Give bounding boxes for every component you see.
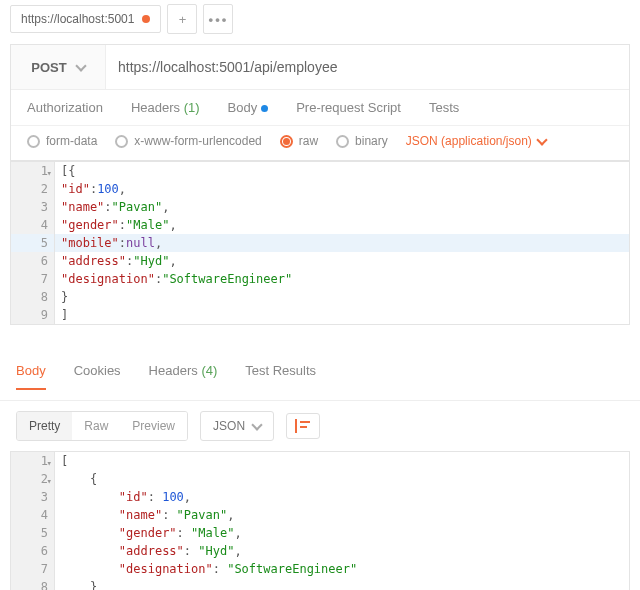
response-body-viewer[interactable]: 1▾[2▾ {3 "id": 100,4 "name": "Pavan",5 "…	[10, 451, 630, 590]
view-preview-button[interactable]: Preview	[120, 412, 187, 440]
view-raw-button[interactable]: Raw	[72, 412, 120, 440]
code-line: 8 }	[11, 578, 629, 590]
gutter-line-number: 1▾	[11, 162, 55, 180]
code-line: 7 "designation": "SoftwareEngineer"	[11, 560, 629, 578]
resp-tab-test-results[interactable]: Test Results	[245, 363, 316, 390]
gutter-line-number: 5	[11, 524, 55, 542]
radio-icon	[280, 135, 293, 148]
gutter-line-number: 2	[11, 180, 55, 198]
resp-tab-cookies[interactable]: Cookies	[74, 363, 121, 390]
code-content: "gender":"Male",	[55, 216, 629, 234]
request-section-tabs: Authorization Headers (1) Body Pre-reque…	[11, 89, 629, 125]
tab-bar: https://localhost:5001 + •••	[0, 0, 640, 34]
gutter-line-number: 1▾	[11, 452, 55, 470]
chevron-down-icon	[536, 134, 547, 145]
code-line: 4 "name": "Pavan",	[11, 506, 629, 524]
radio-binary[interactable]: binary	[336, 134, 388, 148]
code-content: "designation":"SoftwareEngineer"	[55, 270, 629, 288]
chevron-down-icon	[75, 60, 86, 71]
tab-tests[interactable]: Tests	[429, 100, 459, 115]
code-content: "mobile":null,	[55, 234, 629, 252]
code-line: 2"id":100,	[11, 180, 629, 198]
unsaved-dot-icon	[142, 15, 150, 23]
code-line: 3 "id": 100,	[11, 488, 629, 506]
code-content: "name": "Pavan",	[55, 506, 629, 524]
body-indicator-icon	[261, 105, 268, 112]
code-content: "id":100,	[55, 180, 629, 198]
resp-tab-headers[interactable]: Headers (4)	[149, 363, 218, 390]
code-line: 2▾ {	[11, 470, 629, 488]
new-tab-button[interactable]: +	[167, 4, 197, 34]
gutter-line-number: 6	[11, 542, 55, 560]
request-builder: POST Authorization Headers (1) Body Pre-…	[10, 44, 630, 161]
code-content: "gender": "Male",	[55, 524, 629, 542]
code-content: [{	[55, 162, 629, 180]
radio-icon	[336, 135, 349, 148]
resp-tab-body[interactable]: Body	[16, 363, 46, 390]
content-type-dropdown[interactable]: JSON (application/json)	[406, 134, 546, 148]
code-line: 1▾[	[11, 452, 629, 470]
gutter-line-number: 7	[11, 560, 55, 578]
wrap-icon	[295, 419, 311, 433]
radio-icon	[27, 135, 40, 148]
plus-icon: +	[179, 12, 187, 27]
code-line: 3"name":"Pavan",	[11, 198, 629, 216]
view-mode-group: Pretty Raw Preview	[16, 411, 188, 441]
response-format-dropdown[interactable]: JSON	[200, 411, 274, 441]
radio-icon	[115, 135, 128, 148]
gutter-line-number: 9	[11, 306, 55, 324]
radio-urlencoded[interactable]: x-www-form-urlencoded	[115, 134, 261, 148]
gutter-line-number: 4	[11, 216, 55, 234]
request-tab[interactable]: https://localhost:5001	[10, 5, 161, 33]
wrap-lines-button[interactable]	[286, 413, 320, 439]
code-content: "address":"Hyd",	[55, 252, 629, 270]
code-content: "id": 100,	[55, 488, 629, 506]
view-pretty-button[interactable]: Pretty	[17, 412, 72, 440]
code-content: }	[55, 288, 629, 306]
gutter-line-number: 5	[11, 234, 55, 252]
response-section-tabs: Body Cookies Headers (4) Test Results	[0, 347, 640, 401]
code-line: 9]	[11, 306, 629, 324]
tab-prerequest[interactable]: Pre-request Script	[296, 100, 401, 115]
tab-headers[interactable]: Headers (1)	[131, 100, 200, 115]
code-line: 8}	[11, 288, 629, 306]
code-content: ]	[55, 306, 629, 324]
url-input[interactable]	[106, 45, 629, 89]
tab-body[interactable]: Body	[228, 100, 269, 115]
code-content: [	[55, 452, 629, 470]
gutter-line-number: 8	[11, 288, 55, 306]
code-content: "address": "Hyd",	[55, 542, 629, 560]
code-content: {	[55, 470, 629, 488]
ellipsis-icon: •••	[209, 12, 229, 27]
radio-form-data[interactable]: form-data	[27, 134, 97, 148]
request-body-editor[interactable]: 1▾[{2"id":100,3"name":"Pavan",4"gender":…	[10, 161, 630, 325]
response-view-controls: Pretty Raw Preview JSON	[0, 401, 640, 451]
code-line: 4"gender":"Male",	[11, 216, 629, 234]
code-content: "designation": "SoftwareEngineer"	[55, 560, 629, 578]
code-line: 6"address":"Hyd",	[11, 252, 629, 270]
code-line: 5 "gender": "Male",	[11, 524, 629, 542]
code-content: "name":"Pavan",	[55, 198, 629, 216]
body-type-options: form-data x-www-form-urlencoded raw bina…	[11, 125, 629, 160]
method-label: POST	[31, 60, 66, 75]
code-line: 7"designation":"SoftwareEngineer"	[11, 270, 629, 288]
gutter-line-number: 2▾	[11, 470, 55, 488]
gutter-line-number: 3	[11, 488, 55, 506]
gutter-line-number: 4	[11, 506, 55, 524]
tab-authorization[interactable]: Authorization	[27, 100, 103, 115]
code-line: 6 "address": "Hyd",	[11, 542, 629, 560]
code-content: }	[55, 578, 629, 590]
chevron-down-icon	[251, 419, 262, 430]
gutter-line-number: 8	[11, 578, 55, 590]
gutter-line-number: 3	[11, 198, 55, 216]
code-line: 1▾[{	[11, 162, 629, 180]
gutter-line-number: 6	[11, 252, 55, 270]
code-line: 5"mobile":null,	[11, 234, 629, 252]
tab-options-button[interactable]: •••	[203, 4, 233, 34]
tab-url: https://localhost:5001	[21, 12, 134, 26]
http-method-dropdown[interactable]: POST	[11, 45, 106, 89]
gutter-line-number: 7	[11, 270, 55, 288]
radio-raw[interactable]: raw	[280, 134, 318, 148]
